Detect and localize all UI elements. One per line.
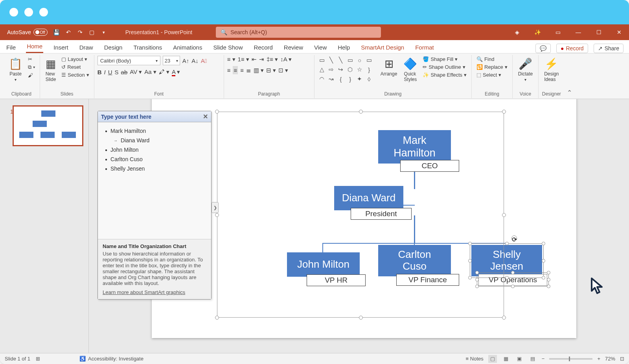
list-item[interactable]: Mark Hamilton: [110, 128, 146, 134]
strike-icon[interactable]: ab: [121, 69, 128, 75]
shape-textbox-icon[interactable]: ▭: [318, 56, 326, 64]
decrease-font-icon[interactable]: A↓: [191, 57, 199, 64]
list-item[interactable]: Diana Ward: [121, 137, 149, 143]
decrease-indent-icon[interactable]: ⇤: [252, 56, 257, 63]
shape-star-icon[interactable]: ☆: [355, 65, 364, 74]
save-icon[interactable]: 💾: [51, 26, 63, 38]
tab-home[interactable]: Home: [26, 40, 43, 53]
dictate-button[interactable]: 🎤Dictate▾: [516, 56, 535, 83]
close-icon[interactable]: ✕: [613, 26, 625, 38]
undo-icon[interactable]: ↶: [63, 26, 74, 38]
shape-line2-icon[interactable]: ╲: [337, 56, 345, 64]
shape-fill-button[interactable]: 🪣 Shape Fill ▾: [421, 56, 468, 63]
select-button[interactable]: ⬚ Select ▾: [475, 72, 509, 78]
from-beginning-icon[interactable]: ▢: [86, 26, 98, 38]
notes-button[interactable]: ≡ Notes: [466, 356, 484, 362]
toggle-text-pane-icon[interactable]: ❯: [212, 202, 219, 213]
reading-view-icon[interactable]: ▣: [515, 355, 524, 363]
text-direction-icon[interactable]: ↕A ▾: [280, 56, 292, 63]
cut-button[interactable]: ✂: [26, 56, 37, 63]
tab-help[interactable]: Help: [337, 42, 351, 53]
find-button[interactable]: 🔍 Find: [475, 56, 509, 63]
arrange-button[interactable]: ⊞Arrange: [378, 56, 400, 78]
zoom-in-icon[interactable]: +: [597, 356, 600, 362]
bold-icon[interactable]: B: [97, 69, 102, 75]
font-color-icon[interactable]: A ▾: [172, 68, 180, 75]
comments-button[interactable]: 💬: [535, 44, 551, 53]
minimize-icon[interactable]: —: [572, 26, 584, 38]
replace-button[interactable]: 🔁 Replace ▾: [475, 64, 509, 70]
shape-oval-icon[interactable]: ○: [355, 56, 364, 64]
collapse-ribbon-icon[interactable]: ⌃: [565, 55, 575, 99]
section-button[interactable]: ☰ Section ▾: [60, 72, 90, 78]
shape-line-icon[interactable]: ╲: [327, 56, 336, 64]
shape-conn2-icon[interactable]: ↝: [327, 75, 336, 83]
learn-more-link[interactable]: Learn more about SmartArt graphics: [103, 289, 206, 295]
sorter-view-icon[interactable]: ▦: [502, 355, 510, 363]
align-right-icon[interactable]: ≡: [240, 67, 244, 74]
smartart-convert-icon[interactable]: ⊡ ▾: [278, 67, 288, 74]
italic-icon[interactable]: I: [104, 69, 106, 75]
shape-rbrace-icon[interactable]: }: [346, 75, 355, 83]
shape-arrow-icon[interactable]: ⇨: [327, 65, 336, 74]
text-pane-list[interactable]: ●Mark Hamilton →Diana Ward ●John Milton …: [98, 122, 211, 239]
tab-transitions[interactable]: Transitions: [132, 42, 163, 53]
autosave-toggle[interactable]: AutoSave Off: [4, 29, 51, 36]
reset-button[interactable]: ↺ Reset: [60, 64, 90, 70]
shape-effects-button[interactable]: ✨ Shape Effects ▾: [421, 72, 468, 78]
shape-lbrace-icon[interactable]: {: [337, 75, 345, 83]
highlight-icon[interactable]: 🖍 ▾: [159, 68, 169, 75]
line-spacing-icon[interactable]: ‡≡ ▾: [267, 56, 278, 63]
shape-rect-icon[interactable]: ▭: [346, 56, 355, 64]
shape-star2-icon[interactable]: ✦: [355, 75, 364, 83]
qat-more-icon[interactable]: ▾: [98, 26, 110, 38]
tab-file[interactable]: File: [6, 42, 17, 53]
diamond-icon[interactable]: ◈: [511, 26, 523, 38]
tab-view[interactable]: View: [313, 42, 327, 53]
columns-icon[interactable]: ▥ ▾: [254, 67, 264, 74]
zoom-slider[interactable]: [549, 358, 592, 360]
shape-outline-button[interactable]: ✏ Shape Outline ▾: [421, 64, 468, 70]
shape-brace-icon[interactable]: }: [365, 65, 373, 74]
traffic-light-minimize[interactable]: [24, 8, 33, 17]
increase-font-icon[interactable]: A↑: [182, 57, 189, 64]
traffic-light-zoom[interactable]: [39, 8, 48, 17]
new-slide-button[interactable]: ▦New Slide: [43, 56, 59, 84]
traffic-light-close[interactable]: [9, 8, 18, 17]
design-ideas-button[interactable]: ⚡Design Ideas: [542, 56, 561, 84]
tab-record[interactable]: Record: [253, 42, 273, 53]
change-case-icon[interactable]: Aa ▾: [144, 68, 156, 75]
redo-icon[interactable]: ↷: [74, 26, 86, 38]
copy-button[interactable]: ⧉ ▾: [26, 64, 37, 71]
shape-conn-icon[interactable]: ↪: [337, 65, 345, 74]
clear-format-icon[interactable]: A⃠: [201, 57, 207, 64]
status-lang-icon[interactable]: ⊞: [36, 356, 40, 362]
shape-callout-icon[interactable]: ◊: [365, 75, 373, 83]
slideshow-view-icon[interactable]: ▤: [528, 355, 537, 363]
tab-design[interactable]: Design: [103, 42, 123, 53]
shape-arc-icon[interactable]: ◠: [318, 75, 326, 83]
shadow-text-icon[interactable]: S: [115, 69, 119, 75]
bullets-icon[interactable]: ≡ ▾: [227, 56, 235, 63]
justify-icon[interactable]: ≣: [246, 67, 251, 74]
quick-styles-button[interactable]: 🔷Quick Styles: [401, 56, 419, 84]
align-center-icon[interactable]: ≡: [233, 66, 238, 74]
char-spacing-icon[interactable]: AV ▾: [130, 68, 142, 75]
numbering-icon[interactable]: 1≡ ▾: [238, 56, 249, 63]
tab-draw[interactable]: Draw: [79, 42, 94, 53]
paste-button[interactable]: 📋Paste▾: [6, 56, 25, 83]
maximize-icon[interactable]: ☐: [593, 26, 605, 38]
tab-insert[interactable]: Insert: [53, 42, 69, 53]
tab-animations[interactable]: Animations: [172, 42, 203, 53]
font-select[interactable]: Calibri (Body)▾: [97, 56, 160, 65]
display-options-icon[interactable]: ▭: [552, 26, 564, 38]
list-item[interactable]: John Milton: [110, 147, 139, 153]
tab-smartart-design[interactable]: SmartArt Design: [360, 42, 405, 53]
align-left-icon[interactable]: ≡: [227, 67, 231, 74]
underline-icon[interactable]: U: [108, 69, 112, 75]
shape-hex-icon[interactable]: ⬡: [346, 65, 355, 74]
smartart-selection-frame[interactable]: [217, 112, 504, 318]
share-button[interactable]: ↗Share: [594, 44, 623, 53]
tab-slideshow[interactable]: Slide Show: [212, 42, 243, 53]
increase-indent-icon[interactable]: ⇥: [259, 56, 264, 63]
